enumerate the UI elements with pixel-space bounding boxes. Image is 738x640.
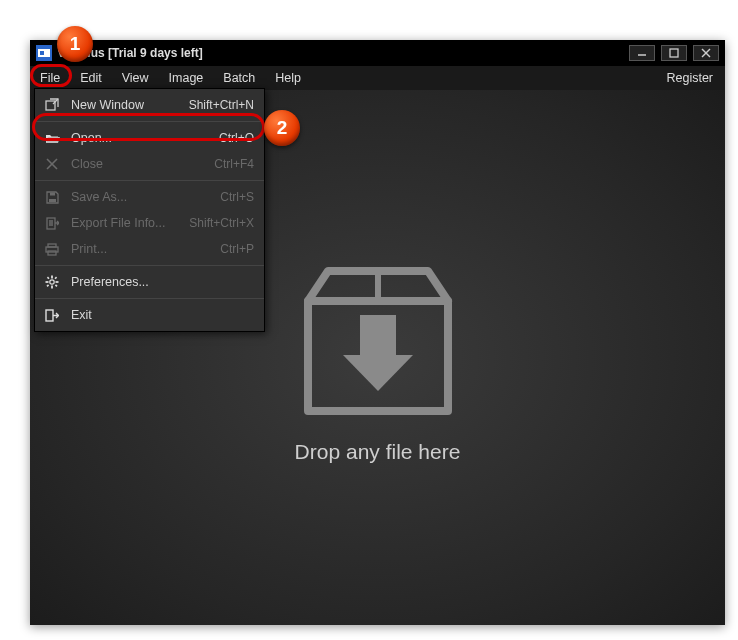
svg-rect-16: [50, 192, 55, 195]
folder-open-icon: [43, 129, 61, 147]
svg-rect-12: [46, 101, 55, 110]
titlebar: ver Plus [Trial 9 days left]: [30, 40, 725, 66]
annotation-step-1: 1: [57, 26, 93, 62]
svg-rect-27: [55, 284, 58, 287]
svg-rect-24: [46, 281, 49, 283]
menuitem-open[interactable]: Open... Ctrl+O: [35, 125, 264, 151]
menuitem-shortcut: Ctrl+P: [220, 242, 254, 256]
menuitem-label: Close: [71, 157, 103, 171]
minimize-button[interactable]: [629, 45, 655, 61]
menuitem-shortcut: Ctrl+F4: [214, 157, 254, 171]
menuitem-shortcut: Ctrl+S: [220, 190, 254, 204]
menu-edit[interactable]: Edit: [70, 66, 112, 90]
svg-rect-20: [48, 251, 56, 255]
menuitem-label: Preferences...: [71, 275, 149, 289]
drop-text: Drop any file here: [295, 440, 461, 464]
svg-rect-30: [46, 310, 53, 321]
svg-rect-2: [40, 51, 44, 55]
svg-rect-4: [670, 49, 678, 57]
exit-icon: [43, 306, 61, 324]
menuitem-close: Close Ctrl+F4: [35, 151, 264, 177]
menu-view[interactable]: View: [112, 66, 159, 90]
svg-rect-23: [51, 286, 53, 289]
separator: [35, 265, 264, 266]
menu-register[interactable]: Register: [654, 66, 725, 90]
menuitem-label: New Window: [71, 98, 144, 112]
menuitem-preferences[interactable]: Preferences...: [35, 269, 264, 295]
menu-image[interactable]: Image: [159, 66, 214, 90]
svg-rect-28: [54, 277, 57, 280]
separator: [35, 121, 264, 122]
separator: [35, 180, 264, 181]
menubar: File Edit View Image Batch Help Register: [30, 66, 725, 90]
menuitem-exit[interactable]: Exit: [35, 302, 264, 328]
close-button[interactable]: [693, 45, 719, 61]
new-window-icon: [43, 96, 61, 114]
menu-help[interactable]: Help: [265, 66, 311, 90]
svg-rect-26: [47, 277, 50, 280]
svg-rect-25: [56, 281, 59, 283]
menuitem-shortcut: Shift+Ctrl+N: [189, 98, 254, 112]
menuitem-export: Export File Info... Shift+Ctrl+X: [35, 210, 264, 236]
svg-rect-15: [49, 199, 56, 202]
menuitem-label: Open...: [71, 131, 112, 145]
box-download-icon: [288, 251, 468, 424]
maximize-button[interactable]: [661, 45, 687, 61]
menu-batch[interactable]: Batch: [213, 66, 265, 90]
menuitem-save-as: Save As... Ctrl+S: [35, 184, 264, 210]
menuitem-label: Export File Info...: [71, 216, 165, 230]
print-icon: [43, 240, 61, 258]
gear-icon: [43, 273, 61, 291]
menuitem-label: Print...: [71, 242, 107, 256]
menuitem-shortcut: Shift+Ctrl+X: [189, 216, 254, 230]
menuitem-shortcut: Ctrl+O: [219, 131, 254, 145]
menu-file[interactable]: File: [30, 66, 70, 90]
menuitem-new-window[interactable]: New Window Shift+Ctrl+N: [35, 92, 264, 118]
menuitem-label: Exit: [71, 308, 92, 322]
svg-rect-22: [51, 276, 53, 279]
separator: [35, 298, 264, 299]
svg-point-21: [50, 280, 54, 284]
menuitem-print: Print... Ctrl+P: [35, 236, 264, 262]
file-dropdown: New Window Shift+Ctrl+N Open... Ctrl+O C…: [34, 88, 265, 332]
svg-rect-29: [46, 284, 49, 287]
menuitem-label: Save As...: [71, 190, 127, 204]
app-icon: [36, 45, 52, 61]
annotation-step-2: 2: [264, 110, 300, 146]
export-icon: [43, 214, 61, 232]
svg-marker-11: [343, 355, 413, 391]
save-icon: [43, 188, 61, 206]
svg-rect-10: [360, 315, 396, 355]
close-icon: [43, 155, 61, 173]
